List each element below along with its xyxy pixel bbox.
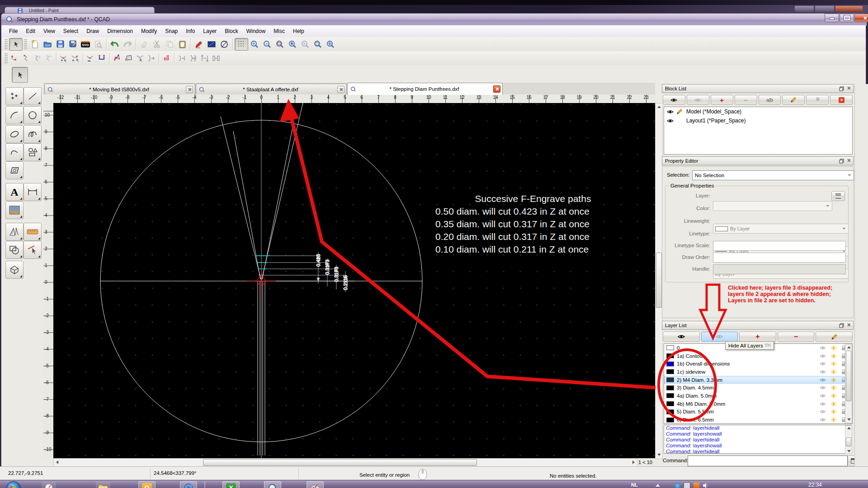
tool-info-button[interactable] [5, 223, 24, 241]
menu-select[interactable]: Select [59, 26, 82, 37]
menu-modify[interactable]: Modify [137, 26, 161, 37]
layer-show-all-button[interactable] [663, 332, 700, 342]
eye-icon[interactable] [667, 109, 674, 114]
snap-intersection-button[interactable] [112, 53, 123, 64]
tool-3d-button[interactable] [5, 261, 24, 279]
layer-snap-icon[interactable] [830, 385, 837, 390]
layer-visibility-icon[interactable] [820, 393, 826, 399]
layer-row-1[interactable]: 1a) Contour [664, 352, 852, 360]
block-edit-button[interactable] [205, 38, 218, 50]
tab-moving-bed[interactable]: * Moving Bed IS800v5.dxf [44, 84, 195, 95]
tool-image-button[interactable] [5, 201, 24, 219]
snap-auto-button[interactable] [9, 53, 20, 64]
zoom-pan-button[interactable] [324, 38, 337, 50]
snap-grid-button[interactable] [32, 53, 43, 64]
tool-arc-button[interactable] [5, 106, 24, 124]
layer-snap-icon[interactable] [830, 361, 837, 366]
layer-snap-icon[interactable] [830, 377, 837, 383]
layer-visibility-icon[interactable] [820, 345, 826, 351]
tray-icon-volume[interactable] [703, 483, 708, 488]
zoom-auto-button[interactable] [286, 38, 299, 50]
layer-remove-button[interactable]: − [778, 332, 815, 342]
color-dropdown[interactable]: By Layer [713, 224, 849, 234]
layer-row-9[interactable]: 6) Diam. 6.5mm [664, 416, 852, 424]
qcad-titlebar[interactable]: Stepping Diam Puntfrees.dxf * - QCAD [1, 13, 867, 26]
zoom-previous-button[interactable] [299, 38, 311, 50]
taskbar-item-ie[interactable] [180, 481, 197, 488]
zoom-out-button[interactable]: − [261, 38, 274, 50]
layer-visibility-icon[interactable] [820, 361, 826, 366]
menu-block[interactable]: Block [221, 26, 242, 37]
taskbar-item-outlook[interactable]: O [138, 481, 156, 488]
layer-dropdown[interactable] [713, 201, 832, 211]
menu-layer[interactable]: Layer [199, 26, 221, 37]
layer-row-7[interactable]: 4b) M6 Diam. 5.0mm [664, 400, 852, 408]
block-hide-all-button[interactable] [687, 95, 709, 105]
vscroll-thumb[interactable] [656, 253, 662, 308]
restrict-vertical-button[interactable] [188, 53, 199, 64]
snap-intersection-manual-button[interactable] [123, 53, 134, 64]
scroll-left-arrow[interactable] [56, 460, 58, 464]
layer-row-8[interactable]: 5) Diam. 5.5mm [664, 408, 852, 416]
print-preview-button[interactable] [92, 38, 104, 50]
tool-shape-button[interactable] [24, 143, 42, 161]
linetype-scale-input[interactable] [713, 241, 846, 251]
tool-text-button[interactable]: A [5, 183, 24, 201]
save-button[interactable] [54, 38, 66, 50]
menu-edit[interactable]: Edit [22, 26, 39, 37]
taskbar-language[interactable]: NL [631, 482, 638, 488]
layer-visibility-icon[interactable] [820, 385, 826, 390]
tray-icon-display[interactable] [684, 482, 690, 488]
tool-polyline-button[interactable] [5, 143, 24, 161]
nofill-toggle-button[interactable] [218, 38, 231, 50]
layer-visibility-icon[interactable] [820, 353, 826, 359]
float-panel-icon[interactable] [839, 159, 844, 164]
layer-visibility-icon[interactable] [820, 377, 826, 383]
snap-endpoints-button[interactable] [43, 53, 54, 64]
scroll-down-arrow[interactable] [847, 450, 851, 452]
copy-button[interactable] [163, 38, 176, 50]
drawing-canvas[interactable]: 0.423 0.3173 0.3173 0.2115 Succesive F-E… [53, 103, 655, 458]
menu-help[interactable]: Help [289, 26, 308, 37]
selection-dropdown[interactable]: No Selection [692, 170, 854, 180]
layer-row-2[interactable]: 1b) Overall dimensions [664, 360, 852, 368]
draw-order-input[interactable] [713, 253, 846, 263]
scroll-down-arrow[interactable] [657, 454, 661, 456]
tool-circle-button[interactable] [24, 106, 42, 124]
layer-visibility-icon[interactable] [820, 401, 826, 407]
scroll-up-arrow[interactable] [847, 427, 851, 429]
taskbar-item-qcad[interactable] [264, 481, 281, 488]
block-row-model[interactable]: Model (*Model_Space) [664, 107, 852, 116]
tool-trim-button[interactable] [24, 241, 42, 259]
start-button[interactable] [6, 481, 21, 488]
maximize-button[interactable] [840, 14, 854, 22]
scroll-up-arrow[interactable] [847, 346, 851, 348]
pointer-tool-button[interactable] [9, 38, 23, 51]
layer-snap-icon[interactable] [830, 345, 837, 351]
taskbar-item-excel[interactable]: X [222, 481, 240, 488]
layer-edit-button[interactable] [816, 332, 853, 342]
menu-dimension[interactable]: Dimension [103, 26, 137, 37]
menu-view[interactable]: View [39, 26, 59, 37]
float-panel-icon[interactable] [839, 86, 844, 91]
taskbar-clock[interactable]: 22:34 [808, 482, 822, 488]
zoom-window-button[interactable] [274, 38, 286, 50]
layer-hide-all-button[interactable] [701, 332, 738, 342]
snap-on-entity-button[interactable]: + [58, 53, 70, 64]
snap-center-button[interactable] [134, 53, 146, 64]
snap-perpendicular-button[interactable]: + [70, 53, 81, 64]
menu-draw[interactable]: Draw [82, 26, 103, 37]
block-rename-button[interactable]: a|b [759, 95, 781, 105]
new-file-button[interactable] [28, 38, 41, 50]
layer-snap-icon[interactable] [830, 393, 837, 399]
block-add-button[interactable]: + [711, 95, 733, 105]
taskbar-item-gauge[interactable] [42, 482, 56, 488]
close-panel-icon[interactable] [847, 159, 850, 162]
layer-row-3[interactable]: 1c) sideview [664, 368, 852, 376]
cut-button[interactable]: + [151, 38, 163, 50]
save-as-button[interactable] [66, 38, 79, 50]
tool-ruler-button[interactable] [24, 223, 42, 241]
paste-button[interactable] [176, 38, 189, 50]
command-input[interactable] [688, 455, 848, 466]
layer-scroll-thumb[interactable] [846, 351, 851, 401]
